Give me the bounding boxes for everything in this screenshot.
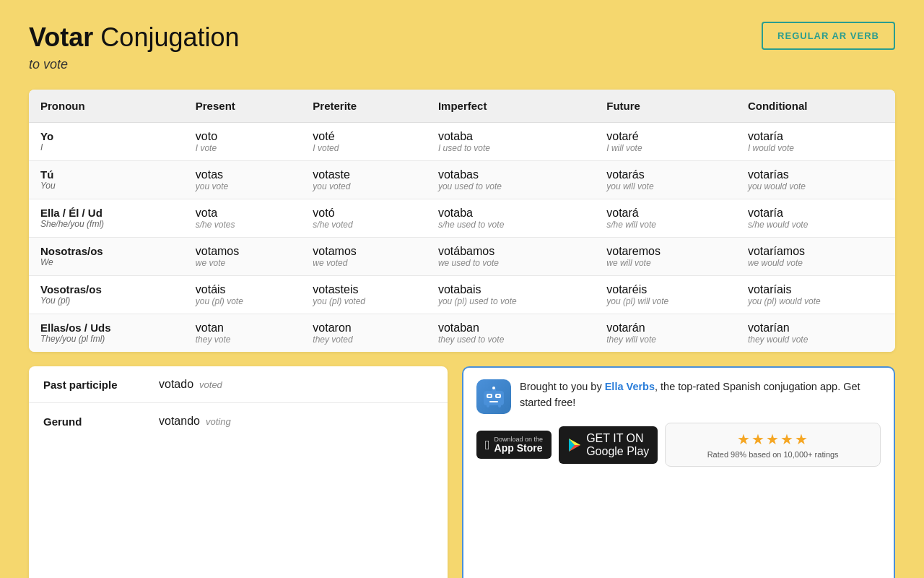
- app-store-button[interactable]:  Download on the App Store: [476, 431, 552, 459]
- cell-pronoun: Vosotras/osYou (pl): [29, 276, 184, 314]
- google-play-button[interactable]: GET IT ON Google Play: [559, 426, 658, 464]
- cell-conditional: votaríanthey would vote: [736, 314, 895, 353]
- svg-point-7: [492, 387, 495, 389]
- ella-verbs-link[interactable]: Ella Verbs: [605, 381, 655, 392]
- svg-rect-9: [498, 404, 501, 407]
- cell-preterite: votasteisyou (pl) voted: [301, 276, 427, 314]
- cell-preterite: votaronthey voted: [301, 314, 427, 353]
- rating-box: ★★★★★ Rated 98% based on 10,000+ ratings: [665, 423, 881, 467]
- past-participle-label: Past participle: [43, 379, 159, 391]
- col-header-preterite: Preterite: [301, 90, 427, 123]
- cell-conditional: votaríaI would vote: [736, 123, 895, 161]
- svg-rect-4: [497, 395, 500, 397]
- verb-badge: REGULAR AR VERB: [762, 22, 895, 50]
- gerund-trans: voting: [206, 416, 231, 427]
- conjugation-table: Pronoun Present Preterite Imperfect Futu…: [29, 90, 895, 352]
- cell-pronoun: YoI: [29, 123, 184, 161]
- apple-icon: : [485, 439, 490, 452]
- col-header-future: Future: [595, 90, 736, 123]
- cell-imperfect: votabaI used to vote: [427, 123, 595, 161]
- cell-imperfect: votabas/he used to vote: [427, 199, 595, 238]
- cell-preterite: votasteyou voted: [301, 161, 427, 199]
- cell-present: votoI vote: [184, 123, 302, 161]
- col-header-pronoun: Pronoun: [29, 90, 184, 123]
- promo-top: Brought to you by Ella Verbs, the top-ra…: [476, 379, 881, 414]
- star-rating: ★★★★★: [676, 431, 870, 448]
- table-row: Vosotras/osYou (pl)votáisyou (pl) votevo…: [29, 276, 895, 314]
- cell-pronoun: TúYou: [29, 161, 184, 199]
- google-play-icon: [567, 438, 582, 452]
- gerund-value: votando: [159, 415, 200, 428]
- col-header-present: Present: [184, 90, 302, 123]
- participle-section: Past participle votado voted Gerund vota…: [29, 366, 448, 578]
- cell-present: votas/he votes: [184, 199, 302, 238]
- table-row: YoIvotoI votevotéI votedvotabaI used to …: [29, 123, 895, 161]
- cell-present: votamoswe vote: [184, 238, 302, 276]
- svg-rect-0: [484, 391, 504, 405]
- gerund-label: Gerund: [43, 415, 159, 428]
- app-store-text: Download on the App Store: [494, 436, 544, 453]
- table-row: Ellas/os / UdsThey/you (pl fml)votanthey…: [29, 314, 895, 353]
- past-participle-row: Past participle votado voted: [29, 366, 448, 403]
- ella-verbs-icon: [476, 379, 511, 414]
- cell-future: votarásyou will vote: [595, 161, 736, 199]
- cell-pronoun: Ella / Él / UdShe/he/you (fml): [29, 199, 184, 238]
- subtitle: to vote: [29, 57, 240, 72]
- cell-preterite: votós/he voted: [301, 199, 427, 238]
- cell-imperfect: votabasyou used to vote: [427, 161, 595, 199]
- participle-box: Past participle votado voted Gerund vota…: [29, 366, 448, 578]
- col-header-imperfect: Imperfect: [427, 90, 595, 123]
- cell-present: votáisyou (pl) vote: [184, 276, 302, 314]
- cell-future: votaréI will vote: [595, 123, 736, 161]
- svg-rect-5: [489, 401, 498, 402]
- cell-future: votaránthey will vote: [595, 314, 736, 353]
- past-participle-trans: voted: [199, 379, 222, 390]
- cell-imperfect: votabaisyou (pl) used to vote: [427, 276, 595, 314]
- cell-future: votaremoswe will vote: [595, 238, 736, 276]
- cell-conditional: votarías/he would vote: [736, 199, 895, 238]
- svg-rect-8: [487, 404, 489, 407]
- cell-conditional: votaríasyou would vote: [736, 161, 895, 199]
- cell-conditional: votaríaisyou (pl) would vote: [736, 276, 895, 314]
- title-block: Votar Conjugation to vote: [29, 22, 240, 72]
- cell-conditional: votaríamoswe would vote: [736, 238, 895, 276]
- cell-preterite: votéI voted: [301, 123, 427, 161]
- cell-imperfect: votabanthey used to vote: [427, 314, 595, 353]
- cell-preterite: votamoswe voted: [301, 238, 427, 276]
- rating-text: Rated 98% based on 10,000+ ratings: [676, 450, 870, 459]
- cell-future: votarás/he will vote: [595, 199, 736, 238]
- gerund-row: Gerund votando voting: [29, 403, 448, 439]
- cell-present: votasyou vote: [184, 161, 302, 199]
- table-header-row: Pronoun Present Preterite Imperfect Futu…: [29, 90, 895, 123]
- cell-present: votanthey vote: [184, 314, 302, 353]
- past-participle-value: votado: [159, 378, 193, 391]
- table-row: TúYouvotasyou votevotasteyou votedvotaba…: [29, 161, 895, 199]
- col-header-conditional: Conditional: [736, 90, 895, 123]
- page-header: Votar Conjugation to vote REGULAR AR VER…: [29, 22, 895, 72]
- cell-pronoun: Ellas/os / UdsThey/you (pl fml): [29, 314, 184, 353]
- table-row: Nosotras/osWevotamoswe votevotamoswe vot…: [29, 238, 895, 276]
- google-play-text: GET IT ON Google Play: [586, 432, 649, 458]
- promo-box: Brought to you by Ella Verbs, the top-ra…: [462, 366, 895, 578]
- promo-bottom:  Download on the App Store GET IT ON Go…: [476, 423, 881, 467]
- bottom-section: Past participle votado voted Gerund vota…: [29, 366, 895, 578]
- cell-future: votaréisyou (pl) will vote: [595, 276, 736, 314]
- cell-imperfect: votábamoswe used to vote: [427, 238, 595, 276]
- svg-rect-3: [488, 395, 491, 397]
- table-row: Ella / Él / UdShe/he/you (fml)votas/he v…: [29, 199, 895, 238]
- cell-pronoun: Nosotras/osWe: [29, 238, 184, 276]
- page-title: Votar Conjugation: [29, 22, 240, 53]
- promo-description: Brought to you by Ella Verbs, the top-ra…: [520, 379, 881, 411]
